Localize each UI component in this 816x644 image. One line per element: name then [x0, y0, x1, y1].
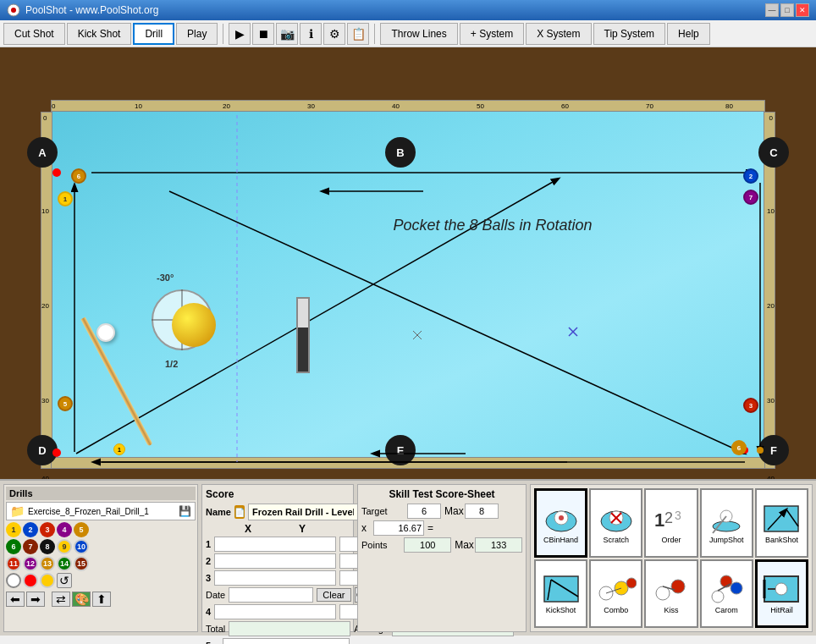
row-4-label: 4 [206, 607, 211, 617]
drills-item[interactable]: 📁 Exercise_8_Frozen_Rail_Drill_1 💾 [6, 502, 196, 520]
top-ruler: 0 10 20 30 40 50 60 70 80 [51, 100, 765, 112]
app-title: PoolShot - www.PoolShot.org [25, 4, 158, 16]
ruler-l-0: 0 [43, 114, 47, 122]
ruler-50: 50 [477, 102, 484, 110]
date-input[interactable] [229, 587, 313, 603]
play-button[interactable]: Play [176, 23, 218, 45]
score-1x-input[interactable] [214, 537, 336, 552]
info-icon-button[interactable]: ℹ [300, 23, 322, 45]
drill-ball-3[interactable]: 3 [40, 522, 55, 537]
skill-title: Skill Test Score-Sheet [361, 488, 522, 500]
x-header: X [223, 523, 273, 535]
drill-ball-4[interactable]: 4 [57, 522, 72, 537]
score-4x-input[interactable] [214, 604, 336, 619]
ruler-60: 60 [561, 102, 569, 110]
ruler-l-40: 40 [41, 475, 49, 479]
ruler-l-10: 10 [41, 207, 49, 215]
plus-system-button[interactable]: + System [460, 23, 524, 45]
nav-up-button[interactable]: ⬆ [92, 592, 111, 607]
bankshot-icon-btn[interactable]: BankShot [755, 488, 808, 558]
order-label: Order [661, 536, 681, 544]
kiss-icon-btn[interactable]: Kiss [644, 559, 697, 629]
scratch-icon [595, 502, 637, 536]
spacer [47, 592, 50, 607]
red-ball-select[interactable] [23, 573, 38, 588]
drill-ball-6[interactable]: 6 [6, 539, 21, 554]
close-button[interactable]: ✕ [796, 3, 809, 17]
order-icon: 1 2 3 [650, 502, 692, 536]
skill-score-input[interactable] [373, 520, 424, 536]
drill-ball-1[interactable]: 1 [6, 522, 21, 537]
drill-ball-2[interactable]: 2 [23, 522, 38, 537]
yellow-ball-select[interactable] [40, 573, 55, 588]
play-icon-button[interactable]: ▶ [229, 23, 251, 45]
nav-left-button[interactable]: ⬅ [6, 592, 25, 607]
title-bar: PoolShot - www.PoolShot.org — □ ✕ [0, 0, 816, 20]
stop-icon-button[interactable]: ⏹ [252, 23, 274, 45]
cbinhand-icon-btn[interactable]: CBinHand [534, 488, 587, 558]
drills-title: Drills [6, 487, 196, 500]
kickshot-icon-btn[interactable]: KickShot [534, 559, 587, 629]
total-input[interactable] [229, 621, 350, 636]
scratch-icon-btn[interactable]: Scratch [589, 488, 642, 558]
throw-lines-button[interactable]: Throw Lines [380, 23, 457, 45]
save-icon[interactable]: 💾 [179, 505, 191, 517]
jumpshot-icon-btn[interactable]: JumpShot [700, 488, 753, 558]
drill-ball-12[interactable]: 12 [23, 556, 38, 571]
clear-button[interactable]: Clear [317, 588, 350, 602]
nav-right-button[interactable]: ➡ [26, 592, 45, 607]
clipboard-icon-button[interactable]: 📋 [347, 23, 369, 45]
drill-ball-15[interactable]: 15 [74, 556, 89, 571]
rotate-icon[interactable]: ↺ [57, 573, 72, 588]
drill-button[interactable]: Drill [133, 23, 174, 45]
total-row: Total Average [206, 621, 350, 636]
combo-icon-btn[interactable]: Combo [589, 559, 642, 629]
maximize-button[interactable]: □ [780, 3, 794, 17]
carom-icon-btn[interactable]: Carom [700, 559, 753, 629]
drill-ball-10[interactable]: 10 [74, 539, 89, 554]
kick-shot-button[interactable]: Kick Shot [67, 23, 132, 45]
drill-ball-8[interactable]: 8 [40, 539, 55, 554]
name-label: Name [206, 507, 231, 517]
settings-icon-button[interactable]: ⚙ [323, 23, 345, 45]
row-5-label: 5 [206, 641, 219, 644]
drill-ball-7[interactable]: 7 [23, 539, 38, 554]
hitrail-icon-btn[interactable]: HitRail [755, 559, 808, 629]
svg-point-26 [713, 521, 740, 531]
score-3x-input[interactable] [214, 570, 336, 586]
skill-eq-label: = [427, 522, 433, 534]
score-headers: X Y [206, 523, 350, 535]
target-row: Target 6 Max 8 [361, 504, 522, 519]
drill-ball-5[interactable]: 5 [74, 522, 89, 537]
ball-7-position: 7 [743, 190, 758, 205]
ruler-70: 70 [646, 102, 653, 110]
cue-ball-select[interactable] [6, 573, 21, 588]
svg-text:3: 3 [675, 509, 681, 522]
score-eq-row: x = [361, 520, 522, 536]
name-input[interactable] [248, 504, 358, 520]
nav-color-button[interactable]: 🎨 [72, 592, 91, 607]
svg-point-40 [671, 580, 685, 593]
help-button[interactable]: Help [667, 23, 710, 45]
minimize-button[interactable]: — [765, 3, 779, 17]
name-icon: 📄 [234, 505, 245, 519]
drill-ball-13[interactable]: 13 [40, 556, 55, 571]
ball-2-position: 2 [743, 168, 758, 184]
ruler-80: 80 [725, 102, 733, 110]
drill-ball-11[interactable]: 11 [6, 556, 21, 571]
ruler-l-20: 20 [41, 302, 49, 310]
hitrail-icon [760, 572, 802, 606]
score-2x-input[interactable] [214, 553, 336, 569]
drill-ball-9[interactable]: 9 [57, 539, 72, 554]
nav-swap-button[interactable]: ⇄ [52, 592, 70, 607]
cut-shot-button[interactable]: Cut Shot [3, 23, 65, 45]
order-icon-btn[interactable]: 1 2 3 Order [644, 488, 697, 558]
pool-table[interactable]: 0 10 20 30 40 50 60 70 80 0 10 20 30 40 … [0, 47, 816, 479]
x-system-button[interactable]: X System [526, 23, 591, 45]
score-5x-input[interactable] [223, 638, 350, 644]
tip-system-button[interactable]: Tip System [593, 23, 666, 45]
power-meter [296, 297, 310, 373]
camera-icon-button[interactable]: 📷 [276, 23, 298, 45]
drill-ball-14[interactable]: 14 [57, 556, 72, 571]
svg-point-47 [775, 583, 787, 595]
